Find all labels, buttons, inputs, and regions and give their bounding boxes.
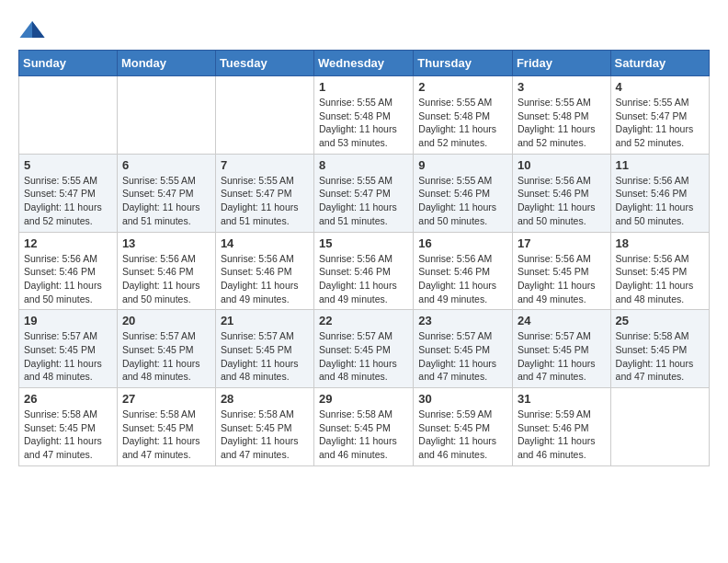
- day-info: Sunrise: 5:56 AM Sunset: 5:45 PM Dayligh…: [616, 252, 704, 306]
- day-info: Sunrise: 5:55 AM Sunset: 5:47 PM Dayligh…: [221, 174, 309, 228]
- day-info: Sunrise: 5:55 AM Sunset: 5:47 PM Dayligh…: [122, 174, 210, 228]
- calendar-cell: 17Sunrise: 5:56 AM Sunset: 5:45 PM Dayli…: [512, 232, 610, 310]
- calendar-cell: 18Sunrise: 5:56 AM Sunset: 5:45 PM Dayli…: [610, 232, 709, 310]
- calendar-cell: 7Sunrise: 5:55 AM Sunset: 5:47 PM Daylig…: [215, 154, 313, 232]
- day-number: 10: [518, 158, 606, 172]
- weekday-header-sunday: Sunday: [19, 51, 118, 76]
- calendar-cell: 1Sunrise: 5:55 AM Sunset: 5:48 PM Daylig…: [314, 76, 414, 155]
- calendar-cell: 4Sunrise: 5:55 AM Sunset: 5:47 PM Daylig…: [610, 76, 709, 155]
- day-info: Sunrise: 5:59 AM Sunset: 5:46 PM Dayligh…: [518, 408, 606, 462]
- day-info: Sunrise: 5:57 AM Sunset: 5:45 PM Dayligh…: [418, 329, 507, 384]
- calendar-table: SundayMondayTuesdayWednesdayThursdayFrid…: [18, 50, 710, 466]
- calendar-week-row: 19Sunrise: 5:57 AM Sunset: 5:45 PM Dayli…: [19, 310, 710, 388]
- calendar-cell: 2Sunrise: 5:55 AM Sunset: 5:48 PM Daylig…: [414, 76, 513, 155]
- day-info: Sunrise: 5:55 AM Sunset: 5:47 PM Dayligh…: [616, 96, 704, 150]
- day-number: 12: [24, 236, 112, 250]
- calendar-cell: 23Sunrise: 5:57 AM Sunset: 5:45 PM Dayli…: [414, 310, 513, 388]
- day-info: Sunrise: 5:55 AM Sunset: 5:48 PM Dayligh…: [518, 96, 606, 150]
- weekday-header-tuesday: Tuesday: [215, 51, 313, 76]
- day-number: 26: [24, 392, 112, 406]
- calendar-week-row: 5Sunrise: 5:55 AM Sunset: 5:47 PM Daylig…: [19, 154, 710, 232]
- calendar-cell: [19, 76, 118, 155]
- logo: [18, 18, 50, 40]
- day-info: Sunrise: 5:56 AM Sunset: 5:46 PM Dayligh…: [616, 174, 704, 228]
- day-info: Sunrise: 5:56 AM Sunset: 5:46 PM Dayligh…: [122, 252, 210, 306]
- calendar-cell: 10Sunrise: 5:56 AM Sunset: 5:46 PM Dayli…: [512, 154, 610, 232]
- calendar-week-row: 1Sunrise: 5:55 AM Sunset: 5:48 PM Daylig…: [19, 76, 710, 155]
- calendar-cell: 9Sunrise: 5:55 AM Sunset: 5:46 PM Daylig…: [414, 154, 513, 232]
- day-info: Sunrise: 5:58 AM Sunset: 5:45 PM Dayligh…: [319, 408, 408, 462]
- calendar-cell: 15Sunrise: 5:56 AM Sunset: 5:46 PM Dayli…: [314, 232, 414, 310]
- day-info: Sunrise: 5:55 AM Sunset: 5:47 PM Dayligh…: [319, 174, 408, 228]
- day-info: Sunrise: 5:57 AM Sunset: 5:45 PM Dayligh…: [518, 329, 606, 384]
- calendar-cell: 25Sunrise: 5:58 AM Sunset: 5:45 PM Dayli…: [610, 310, 709, 388]
- day-number: 5: [24, 158, 112, 172]
- calendar-cell: 3Sunrise: 5:55 AM Sunset: 5:48 PM Daylig…: [512, 76, 610, 155]
- day-number: 3: [518, 80, 606, 94]
- calendar-cell: [215, 76, 313, 155]
- day-number: 16: [418, 236, 507, 250]
- logo-icon: [18, 18, 46, 40]
- day-number: 11: [616, 158, 704, 172]
- day-number: 14: [221, 236, 309, 250]
- day-number: 8: [319, 158, 408, 172]
- svg-marker-1: [32, 21, 45, 38]
- day-info: Sunrise: 5:56 AM Sunset: 5:45 PM Dayligh…: [518, 252, 606, 306]
- calendar-cell: 13Sunrise: 5:56 AM Sunset: 5:46 PM Dayli…: [117, 232, 215, 310]
- day-info: Sunrise: 5:58 AM Sunset: 5:45 PM Dayligh…: [122, 408, 210, 462]
- weekday-header-friday: Friday: [512, 51, 610, 76]
- calendar-cell: 28Sunrise: 5:58 AM Sunset: 5:45 PM Dayli…: [215, 388, 313, 466]
- calendar-cell: 31Sunrise: 5:59 AM Sunset: 5:46 PM Dayli…: [512, 388, 610, 466]
- day-number: 2: [418, 80, 507, 94]
- day-info: Sunrise: 5:57 AM Sunset: 5:45 PM Dayligh…: [24, 329, 112, 384]
- calendar-cell: 16Sunrise: 5:56 AM Sunset: 5:46 PM Dayli…: [414, 232, 513, 310]
- calendar-cell: 8Sunrise: 5:55 AM Sunset: 5:47 PM Daylig…: [314, 154, 414, 232]
- weekday-header-thursday: Thursday: [414, 51, 513, 76]
- day-info: Sunrise: 5:59 AM Sunset: 5:45 PM Dayligh…: [418, 408, 507, 462]
- day-number: 29: [319, 392, 408, 406]
- calendar-week-row: 26Sunrise: 5:58 AM Sunset: 5:45 PM Dayli…: [19, 388, 710, 466]
- day-number: 18: [616, 236, 704, 250]
- day-number: 19: [24, 314, 112, 327]
- day-number: 24: [518, 314, 606, 327]
- calendar-cell: 11Sunrise: 5:56 AM Sunset: 5:46 PM Dayli…: [610, 154, 709, 232]
- day-number: 9: [418, 158, 507, 172]
- calendar-cell: 27Sunrise: 5:58 AM Sunset: 5:45 PM Dayli…: [117, 388, 215, 466]
- calendar-cell: 30Sunrise: 5:59 AM Sunset: 5:45 PM Dayli…: [414, 388, 513, 466]
- day-number: 23: [418, 314, 507, 327]
- day-number: 28: [221, 392, 309, 406]
- day-info: Sunrise: 5:56 AM Sunset: 5:46 PM Dayligh…: [319, 252, 408, 306]
- day-number: 27: [122, 392, 210, 406]
- calendar-cell: [610, 388, 709, 466]
- day-number: 31: [518, 392, 606, 406]
- calendar-cell: 26Sunrise: 5:58 AM Sunset: 5:45 PM Dayli…: [19, 388, 118, 466]
- calendar-cell: 19Sunrise: 5:57 AM Sunset: 5:45 PM Dayli…: [19, 310, 118, 388]
- day-number: 4: [616, 80, 704, 94]
- calendar-week-row: 12Sunrise: 5:56 AM Sunset: 5:46 PM Dayli…: [19, 232, 710, 310]
- day-info: Sunrise: 5:56 AM Sunset: 5:46 PM Dayligh…: [418, 252, 507, 306]
- day-info: Sunrise: 5:58 AM Sunset: 5:45 PM Dayligh…: [24, 408, 112, 462]
- weekday-header-saturday: Saturday: [610, 51, 709, 76]
- day-info: Sunrise: 5:58 AM Sunset: 5:45 PM Dayligh…: [616, 329, 704, 384]
- calendar-cell: 29Sunrise: 5:58 AM Sunset: 5:45 PM Dayli…: [314, 388, 414, 466]
- day-info: Sunrise: 5:57 AM Sunset: 5:45 PM Dayligh…: [221, 329, 309, 384]
- day-number: 13: [122, 236, 210, 250]
- day-number: 25: [616, 314, 704, 327]
- day-number: 7: [221, 158, 309, 172]
- day-number: 21: [221, 314, 309, 327]
- day-number: 30: [418, 392, 507, 406]
- day-number: 6: [122, 158, 210, 172]
- weekday-header-monday: Monday: [117, 51, 215, 76]
- day-info: Sunrise: 5:55 AM Sunset: 5:46 PM Dayligh…: [418, 174, 507, 228]
- calendar-header-row: SundayMondayTuesdayWednesdayThursdayFrid…: [19, 51, 710, 76]
- day-info: Sunrise: 5:55 AM Sunset: 5:48 PM Dayligh…: [319, 96, 408, 150]
- day-number: 17: [518, 236, 606, 250]
- day-info: Sunrise: 5:57 AM Sunset: 5:45 PM Dayligh…: [122, 329, 210, 384]
- day-info: Sunrise: 5:55 AM Sunset: 5:48 PM Dayligh…: [418, 96, 507, 150]
- weekday-header-wednesday: Wednesday: [314, 51, 414, 76]
- calendar-cell: 24Sunrise: 5:57 AM Sunset: 5:45 PM Dayli…: [512, 310, 610, 388]
- calendar-cell: [117, 76, 215, 155]
- calendar-cell: 21Sunrise: 5:57 AM Sunset: 5:45 PM Dayli…: [215, 310, 313, 388]
- day-info: Sunrise: 5:56 AM Sunset: 5:46 PM Dayligh…: [221, 252, 309, 306]
- day-info: Sunrise: 5:55 AM Sunset: 5:47 PM Dayligh…: [24, 174, 112, 228]
